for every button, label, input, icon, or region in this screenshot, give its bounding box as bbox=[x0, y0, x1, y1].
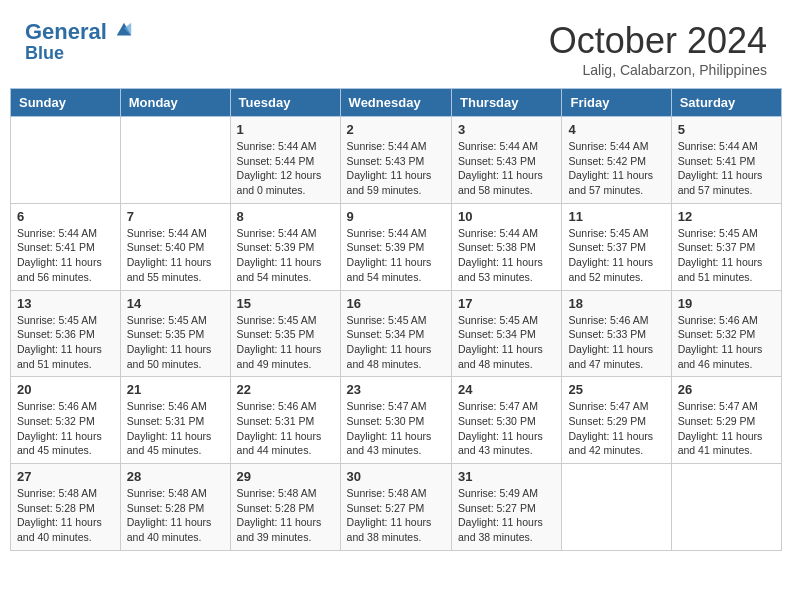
day-number: 16 bbox=[347, 296, 445, 311]
cell-info: Daylight: 11 hours and 39 minutes. bbox=[237, 515, 334, 544]
day-number: 12 bbox=[678, 209, 775, 224]
calendar-table: SundayMondayTuesdayWednesdayThursdayFrid… bbox=[10, 88, 782, 551]
cell-info: Daylight: 11 hours and 48 minutes. bbox=[458, 342, 555, 371]
day-number: 28 bbox=[127, 469, 224, 484]
cell-info: Sunset: 5:32 PM bbox=[678, 327, 775, 342]
cell-info: Sunset: 5:38 PM bbox=[458, 240, 555, 255]
day-number: 25 bbox=[568, 382, 664, 397]
cell-info: Sunset: 5:31 PM bbox=[237, 414, 334, 429]
cell-info: Daylight: 12 hours and 0 minutes. bbox=[237, 168, 334, 197]
cell-info: Sunset: 5:43 PM bbox=[347, 154, 445, 169]
cell-info: Sunrise: 5:45 AM bbox=[237, 313, 334, 328]
logo-icon bbox=[115, 21, 133, 39]
cell-info: Sunrise: 5:47 AM bbox=[347, 399, 445, 414]
location-subtitle: Lalig, Calabarzon, Philippines bbox=[549, 62, 767, 78]
cell-info: Sunset: 5:37 PM bbox=[568, 240, 664, 255]
day-number: 17 bbox=[458, 296, 555, 311]
day-of-week-header: Tuesday bbox=[230, 89, 340, 117]
cell-info: Sunset: 5:40 PM bbox=[127, 240, 224, 255]
calendar-cell: 6Sunrise: 5:44 AMSunset: 5:41 PMDaylight… bbox=[11, 203, 121, 290]
calendar-header-row: SundayMondayTuesdayWednesdayThursdayFrid… bbox=[11, 89, 782, 117]
cell-info: Daylight: 11 hours and 38 minutes. bbox=[347, 515, 445, 544]
day-number: 15 bbox=[237, 296, 334, 311]
day-number: 27 bbox=[17, 469, 114, 484]
cell-info: Sunrise: 5:44 AM bbox=[458, 226, 555, 241]
calendar-cell: 21Sunrise: 5:46 AMSunset: 5:31 PMDayligh… bbox=[120, 377, 230, 464]
cell-info: Sunrise: 5:45 AM bbox=[568, 226, 664, 241]
month-title: October 2024 bbox=[549, 20, 767, 62]
cell-info: Sunrise: 5:44 AM bbox=[237, 139, 334, 154]
day-number: 11 bbox=[568, 209, 664, 224]
cell-info: Daylight: 11 hours and 38 minutes. bbox=[458, 515, 555, 544]
cell-info: Sunrise: 5:48 AM bbox=[347, 486, 445, 501]
cell-info: Sunrise: 5:44 AM bbox=[17, 226, 114, 241]
cell-info: Daylight: 11 hours and 51 minutes. bbox=[17, 342, 114, 371]
day-number: 3 bbox=[458, 122, 555, 137]
cell-info: Sunset: 5:33 PM bbox=[568, 327, 664, 342]
day-number: 10 bbox=[458, 209, 555, 224]
calendar-cell: 8Sunrise: 5:44 AMSunset: 5:39 PMDaylight… bbox=[230, 203, 340, 290]
calendar-cell: 23Sunrise: 5:47 AMSunset: 5:30 PMDayligh… bbox=[340, 377, 451, 464]
cell-info: Sunrise: 5:45 AM bbox=[127, 313, 224, 328]
cell-info: Daylight: 11 hours and 44 minutes. bbox=[237, 429, 334, 458]
cell-info: Sunrise: 5:46 AM bbox=[127, 399, 224, 414]
cell-info: Daylight: 11 hours and 41 minutes. bbox=[678, 429, 775, 458]
calendar-cell: 25Sunrise: 5:47 AMSunset: 5:29 PMDayligh… bbox=[562, 377, 671, 464]
day-number: 4 bbox=[568, 122, 664, 137]
cell-info: Sunrise: 5:46 AM bbox=[17, 399, 114, 414]
day-number: 5 bbox=[678, 122, 775, 137]
cell-info: Sunset: 5:41 PM bbox=[17, 240, 114, 255]
cell-info: Daylight: 11 hours and 57 minutes. bbox=[568, 168, 664, 197]
calendar-week-row: 27Sunrise: 5:48 AMSunset: 5:28 PMDayligh… bbox=[11, 464, 782, 551]
title-area: October 2024 Lalig, Calabarzon, Philippi… bbox=[549, 20, 767, 78]
cell-info: Daylight: 11 hours and 45 minutes. bbox=[17, 429, 114, 458]
day-number: 6 bbox=[17, 209, 114, 224]
cell-info: Sunrise: 5:47 AM bbox=[568, 399, 664, 414]
cell-info: Sunset: 5:43 PM bbox=[458, 154, 555, 169]
cell-info: Sunrise: 5:45 AM bbox=[17, 313, 114, 328]
cell-info: Daylight: 11 hours and 42 minutes. bbox=[568, 429, 664, 458]
cell-info: Sunrise: 5:45 AM bbox=[458, 313, 555, 328]
cell-info: Sunset: 5:36 PM bbox=[17, 327, 114, 342]
cell-info: Daylight: 11 hours and 52 minutes. bbox=[568, 255, 664, 284]
cell-info: Sunrise: 5:48 AM bbox=[17, 486, 114, 501]
cell-info: Sunrise: 5:44 AM bbox=[127, 226, 224, 241]
cell-info: Sunset: 5:27 PM bbox=[347, 501, 445, 516]
cell-info: Daylight: 11 hours and 54 minutes. bbox=[237, 255, 334, 284]
day-number: 30 bbox=[347, 469, 445, 484]
calendar-cell: 30Sunrise: 5:48 AMSunset: 5:27 PMDayligh… bbox=[340, 464, 451, 551]
page-header: General Blue October 2024 Lalig, Calabar… bbox=[10, 10, 782, 83]
cell-info: Daylight: 11 hours and 55 minutes. bbox=[127, 255, 224, 284]
cell-info: Sunset: 5:41 PM bbox=[678, 154, 775, 169]
cell-info: Daylight: 11 hours and 51 minutes. bbox=[678, 255, 775, 284]
calendar-cell: 2Sunrise: 5:44 AMSunset: 5:43 PMDaylight… bbox=[340, 117, 451, 204]
calendar-week-row: 1Sunrise: 5:44 AMSunset: 5:44 PMDaylight… bbox=[11, 117, 782, 204]
calendar-cell: 27Sunrise: 5:48 AMSunset: 5:28 PMDayligh… bbox=[11, 464, 121, 551]
day-number: 22 bbox=[237, 382, 334, 397]
cell-info: Sunrise: 5:44 AM bbox=[568, 139, 664, 154]
calendar-week-row: 20Sunrise: 5:46 AMSunset: 5:32 PMDayligh… bbox=[11, 377, 782, 464]
cell-info: Daylight: 11 hours and 49 minutes. bbox=[237, 342, 334, 371]
calendar-cell: 12Sunrise: 5:45 AMSunset: 5:37 PMDayligh… bbox=[671, 203, 781, 290]
cell-info: Sunrise: 5:48 AM bbox=[237, 486, 334, 501]
cell-info: Daylight: 11 hours and 54 minutes. bbox=[347, 255, 445, 284]
cell-info: Daylight: 11 hours and 40 minutes. bbox=[127, 515, 224, 544]
day-of-week-header: Wednesday bbox=[340, 89, 451, 117]
day-number: 20 bbox=[17, 382, 114, 397]
calendar-week-row: 13Sunrise: 5:45 AMSunset: 5:36 PMDayligh… bbox=[11, 290, 782, 377]
cell-info: Sunset: 5:42 PM bbox=[568, 154, 664, 169]
cell-info: Sunset: 5:35 PM bbox=[237, 327, 334, 342]
calendar-cell: 13Sunrise: 5:45 AMSunset: 5:36 PMDayligh… bbox=[11, 290, 121, 377]
cell-info: Daylight: 11 hours and 50 minutes. bbox=[127, 342, 224, 371]
cell-info: Sunset: 5:30 PM bbox=[458, 414, 555, 429]
cell-info: Sunrise: 5:44 AM bbox=[347, 139, 445, 154]
cell-info: Sunset: 5:27 PM bbox=[458, 501, 555, 516]
calendar-cell: 22Sunrise: 5:46 AMSunset: 5:31 PMDayligh… bbox=[230, 377, 340, 464]
cell-info: Daylight: 11 hours and 59 minutes. bbox=[347, 168, 445, 197]
cell-info: Daylight: 11 hours and 48 minutes. bbox=[347, 342, 445, 371]
calendar-cell bbox=[562, 464, 671, 551]
calendar-cell: 5Sunrise: 5:44 AMSunset: 5:41 PMDaylight… bbox=[671, 117, 781, 204]
day-number: 31 bbox=[458, 469, 555, 484]
day-number: 26 bbox=[678, 382, 775, 397]
cell-info: Daylight: 11 hours and 43 minutes. bbox=[347, 429, 445, 458]
